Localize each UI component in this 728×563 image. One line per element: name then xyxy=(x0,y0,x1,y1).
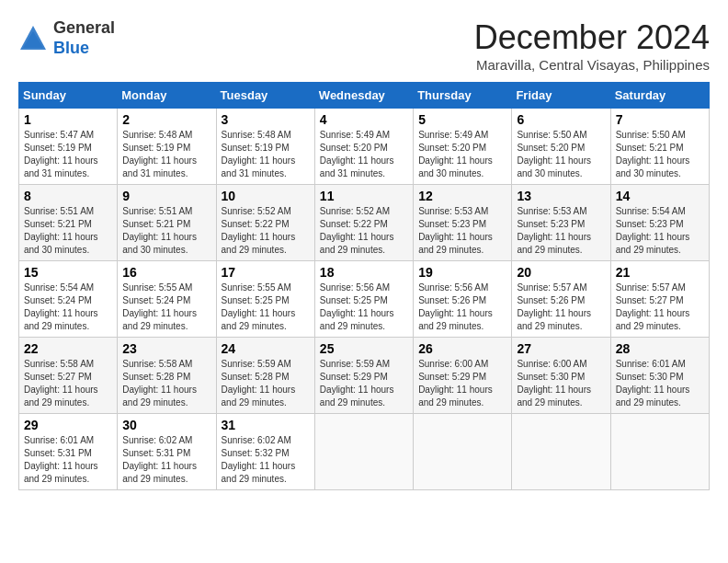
calendar-cell: 6Sunrise: 5:50 AMSunset: 5:20 PMDaylight… xyxy=(512,109,610,185)
calendar-day-1: 1Sunrise: 5:47 AMSunset: 5:19 PMDaylight… xyxy=(19,109,118,185)
header-friday: Friday xyxy=(512,83,610,109)
calendar-cell: 8Sunrise: 5:51 AMSunset: 5:21 PMDaylight… xyxy=(19,185,118,261)
calendar-cell xyxy=(610,414,709,490)
calendar-cell: 16Sunrise: 5:55 AMSunset: 5:24 PMDayligh… xyxy=(118,261,216,338)
calendar-cell: 3Sunrise: 5:48 AMSunset: 5:19 PMDaylight… xyxy=(216,109,314,185)
header-thursday: Thursday xyxy=(414,83,512,109)
header-tuesday: Tuesday xyxy=(216,83,314,109)
calendar-cell: 30Sunrise: 6:02 AMSunset: 5:31 PMDayligh… xyxy=(118,414,216,490)
logo: General Blue xyxy=(18,18,115,58)
calendar-cell: 15Sunrise: 5:54 AMSunset: 5:24 PMDayligh… xyxy=(19,261,118,338)
calendar-cell xyxy=(314,414,413,490)
header-saturday: Saturday xyxy=(610,83,709,109)
calendar-cell: 18Sunrise: 5:56 AMSunset: 5:25 PMDayligh… xyxy=(314,261,413,338)
header-sunday: Sunday xyxy=(19,83,118,109)
calendar-table: Sunday Monday Tuesday Wednesday Thursday… xyxy=(18,82,710,490)
calendar-cell: 29Sunrise: 6:01 AMSunset: 5:31 PMDayligh… xyxy=(19,414,118,490)
calendar-cell: 17Sunrise: 5:55 AMSunset: 5:25 PMDayligh… xyxy=(216,261,314,338)
calendar-cell xyxy=(512,414,610,490)
calendar-cell: 24Sunrise: 5:59 AMSunset: 5:28 PMDayligh… xyxy=(216,338,314,414)
logo-text: General Blue xyxy=(53,18,115,58)
calendar-cell: 13Sunrise: 5:53 AMSunset: 5:23 PMDayligh… xyxy=(512,185,610,261)
page-header: General Blue December 2024 Maravilla, Ce… xyxy=(18,18,710,73)
calendar-week-4: 22Sunrise: 5:58 AMSunset: 5:27 PMDayligh… xyxy=(19,338,710,414)
month-title: December 2024 xyxy=(474,18,710,57)
calendar-cell: 14Sunrise: 5:54 AMSunset: 5:23 PMDayligh… xyxy=(610,185,709,261)
calendar-cell: 7Sunrise: 5:50 AMSunset: 5:21 PMDaylight… xyxy=(610,109,709,185)
calendar-cell: 23Sunrise: 5:58 AMSunset: 5:28 PMDayligh… xyxy=(118,338,216,414)
calendar-cell: 25Sunrise: 5:59 AMSunset: 5:29 PMDayligh… xyxy=(314,338,413,414)
calendar-week-3: 15Sunrise: 5:54 AMSunset: 5:24 PMDayligh… xyxy=(19,261,710,338)
calendar-header-row: Sunday Monday Tuesday Wednesday Thursday… xyxy=(19,83,710,109)
calendar-cell: 19Sunrise: 5:56 AMSunset: 5:26 PMDayligh… xyxy=(414,261,512,338)
location-subtitle: Maravilla, Central Visayas, Philippines xyxy=(474,57,710,73)
logo-general: General xyxy=(53,18,115,37)
calendar-week-5: 29Sunrise: 6:01 AMSunset: 5:31 PMDayligh… xyxy=(19,414,710,490)
calendar-cell: 31Sunrise: 6:02 AMSunset: 5:32 PMDayligh… xyxy=(216,414,314,490)
calendar-cell: 10Sunrise: 5:52 AMSunset: 5:22 PMDayligh… xyxy=(216,185,314,261)
calendar-cell: 21Sunrise: 5:57 AMSunset: 5:27 PMDayligh… xyxy=(610,261,709,338)
calendar-week-2: 8Sunrise: 5:51 AMSunset: 5:21 PMDaylight… xyxy=(19,185,710,261)
title-block: December 2024 Maravilla, Central Visayas… xyxy=(474,18,710,73)
calendar-cell: 26Sunrise: 6:00 AMSunset: 5:29 PMDayligh… xyxy=(414,338,512,414)
calendar-cell: 28Sunrise: 6:01 AMSunset: 5:30 PMDayligh… xyxy=(610,338,709,414)
calendar-cell: 27Sunrise: 6:00 AMSunset: 5:30 PMDayligh… xyxy=(512,338,610,414)
header-monday: Monday xyxy=(118,83,216,109)
calendar-cell: 11Sunrise: 5:52 AMSunset: 5:22 PMDayligh… xyxy=(314,185,413,261)
calendar-cell: 22Sunrise: 5:58 AMSunset: 5:27 PMDayligh… xyxy=(19,338,118,414)
calendar-cell: 2Sunrise: 5:48 AMSunset: 5:19 PMDaylight… xyxy=(118,109,216,185)
calendar-cell: 5Sunrise: 5:49 AMSunset: 5:20 PMDaylight… xyxy=(414,109,512,185)
calendar-cell: 20Sunrise: 5:57 AMSunset: 5:26 PMDayligh… xyxy=(512,261,610,338)
header-wednesday: Wednesday xyxy=(314,83,413,109)
calendar-cell xyxy=(414,414,512,490)
logo-blue: Blue xyxy=(53,39,89,57)
calendar-cell: 12Sunrise: 5:53 AMSunset: 5:23 PMDayligh… xyxy=(414,185,512,261)
calendar-cell: 4Sunrise: 5:49 AMSunset: 5:20 PMDaylight… xyxy=(314,109,413,185)
calendar-week-1: 1Sunrise: 5:47 AMSunset: 5:19 PMDaylight… xyxy=(19,109,710,185)
calendar-cell: 9Sunrise: 5:51 AMSunset: 5:21 PMDaylight… xyxy=(118,185,216,261)
logo-icon xyxy=(18,24,48,53)
